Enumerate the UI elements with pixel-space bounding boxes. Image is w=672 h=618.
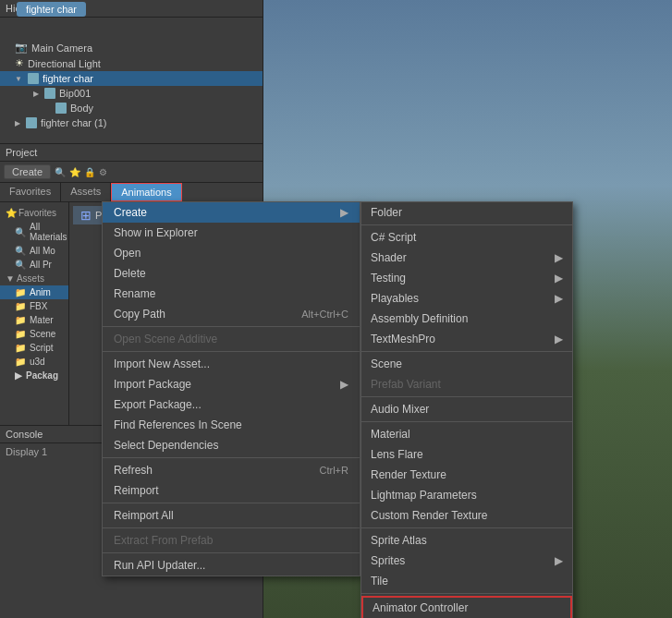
tab-favorites[interactable]: Favorites — [0, 183, 61, 201]
ctx-copy-path[interactable]: Copy Path Alt+Ctrl+C — [103, 304, 360, 324]
context-menu: Create ▶ Show in Explorer Open Delete Re… — [102, 201, 360, 576]
fav-all-pr[interactable]: 🔍 All Pr — [0, 258, 68, 272]
sub-lightmap-params[interactable]: Lightmap Parameters — [361, 485, 572, 505]
create-submenu: Folder C# Script Shader ▶ Testing ▶ Play… — [360, 201, 573, 618]
folder-icon-scene: 📁 — [15, 329, 26, 339]
cube-icon-bip — [44, 88, 55, 99]
expand-triangle-fc1: ▶ — [15, 119, 20, 127]
ctx-reimport-all[interactable]: Reimport All — [103, 505, 360, 526]
hierarchy-item-fighter-char-1[interactable]: ▶ fighter char (1) — [0, 115, 263, 130]
arrow-right-icon: ▶ — [340, 206, 348, 219]
ctx-delete[interactable]: Delete — [103, 263, 360, 284]
separator-4 — [103, 503, 360, 503]
asset-u3d[interactable]: 📁 u3d — [0, 355, 68, 369]
sub-prefab-variant: Prefab Variant — [361, 374, 572, 394]
sub-playables[interactable]: Playables ▶ — [361, 288, 572, 309]
sub-sprites[interactable]: Sprites ▶ — [361, 551, 572, 571]
triangle-assets: ▼ — [6, 273, 15, 284]
arrow-tmp: ▶ — [555, 333, 563, 345]
ctx-reimport[interactable]: Reimport — [103, 480, 360, 501]
hierarchy-panel: Hierarchy fighter char 📷 Main Camera ☀ D… — [0, 0, 263, 143]
toolbar-icon-3: ⚙ — [99, 167, 107, 177]
sub-audio-mixer[interactable]: Audio Mixer — [361, 399, 572, 419]
toolbar-icon-2: 🔒 — [84, 167, 95, 177]
ctx-rename[interactable]: Rename — [103, 284, 360, 304]
sub-sep-1 — [361, 224, 572, 225]
sub-scene[interactable]: Scene — [361, 354, 572, 374]
tab-assets[interactable]: Assets — [61, 183, 111, 201]
hierarchy-item-directional-light[interactable]: ☀ Directional Light — [0, 55, 263, 71]
arrow-playables: ▶ — [555, 292, 563, 305]
ctx-refresh[interactable]: Refresh Ctrl+R — [103, 460, 360, 480]
ctx-import-new-asset[interactable]: Import New Asset... — [103, 354, 360, 374]
ctx-find-refs[interactable]: Find References In Scene — [103, 415, 360, 435]
star-icon: ⭐ — [6, 208, 17, 218]
hierarchy-item-bip001[interactable]: ▶ Bip001 — [0, 86, 263, 101]
project-tabs: Favorites Assets Animations — [0, 183, 263, 202]
assets-section: ▼ Assets — [0, 272, 68, 285]
sub-sep-6 — [361, 593, 572, 594]
favorites-section: ⭐ Favorites — [0, 206, 68, 220]
arrow-right-import: ▶ — [340, 378, 348, 391]
asset-anim[interactable]: 📁 Anim — [0, 285, 68, 299]
console-title: Console — [6, 429, 43, 440]
arrow-testing: ▶ — [555, 272, 563, 285]
sub-textmeshpro[interactable]: TextMeshPro ▶ — [361, 329, 572, 349]
create-button[interactable]: Create — [4, 164, 51, 179]
sub-animator-controller[interactable]: Animator Controller — [361, 596, 572, 618]
folder-icon-mater: 📁 — [15, 315, 26, 325]
folder-icon-fbx: 📁 — [15, 301, 26, 311]
folder-icon-anim: 📁 — [15, 287, 26, 297]
cube-icon — [28, 73, 39, 84]
hierarchy-item-main-camera[interactable]: 📷 Main Camera — [0, 40, 263, 55]
asset-mater[interactable]: 📁 Mater — [0, 313, 68, 327]
ctx-show-explorer[interactable]: Show in Explorer — [103, 223, 360, 243]
asset-scene[interactable]: 📁 Scene — [0, 327, 68, 341]
hierarchy-item-body[interactable]: Body — [0, 101, 263, 115]
sub-assembly[interactable]: Assembly Definition — [361, 309, 572, 329]
project-left-tree: ⭐ Favorites 🔍 All Materials 🔍 All Mo 🔍 A… — [0, 202, 69, 435]
ctx-run-api[interactable]: Run API Updater... — [103, 555, 360, 576]
ctx-create[interactable]: Create ▶ — [103, 202, 360, 223]
sub-shader[interactable]: Shader ▶ — [361, 248, 572, 268]
ctx-export-package[interactable]: Export Package... — [103, 394, 360, 415]
sub-sep-2 — [361, 351, 572, 352]
separator-1 — [103, 326, 360, 327]
asset-fbx[interactable]: 📁 FBX — [0, 299, 68, 313]
sub-material[interactable]: Material — [361, 424, 572, 444]
cube-icon-body — [55, 103, 67, 114]
ctx-select-deps[interactable]: Select Dependencies — [103, 435, 360, 455]
light-icon: ☀ — [15, 57, 24, 69]
project-toolbar: Create 🔍 ⭐ 🔒 ⚙ — [0, 162, 263, 183]
sub-render-texture[interactable]: Render Texture — [361, 465, 572, 485]
fav-all-materials[interactable]: 🔍 All Materials — [0, 220, 68, 244]
project-title: Project — [6, 147, 37, 158]
tab-animations[interactable]: Animations — [111, 183, 181, 201]
project-header: Project — [0, 144, 263, 162]
sub-custom-render-texture[interactable]: Custom Render Texture — [361, 505, 572, 526]
sub-sep-4 — [361, 421, 572, 422]
sub-sep-3 — [361, 396, 572, 397]
sub-lens-flare[interactable]: Lens Flare — [361, 444, 572, 465]
camera-icon: 📷 — [15, 42, 28, 54]
ctx-open[interactable]: Open — [103, 243, 360, 263]
asset-packag[interactable]: ▶ Packag — [0, 369, 68, 382]
sub-sprite-atlas[interactable]: Sprite Atlas — [361, 530, 572, 551]
folder-icon-u3d: 📁 — [15, 357, 26, 367]
ctx-import-package[interactable]: Import Package ▶ — [103, 374, 360, 394]
search-icon-fav2: 🔍 — [15, 246, 26, 256]
separator-3 — [103, 457, 360, 458]
separator-2 — [103, 351, 360, 352]
sub-testing[interactable]: Testing ▶ — [361, 268, 572, 288]
separator-5 — [103, 527, 360, 528]
sub-csharp[interactable]: C# Script — [361, 227, 572, 248]
asset-script[interactable]: 📁 Script — [0, 341, 68, 355]
hierarchy-item-fighter-char[interactable]: ▼ fighter char — [0, 71, 263, 86]
expand-triangle: ▼ — [15, 75, 22, 83]
sub-tile[interactable]: Tile — [361, 571, 572, 591]
sub-folder[interactable]: Folder — [361, 202, 572, 223]
separator-6 — [103, 552, 360, 553]
arrow-shader: ▶ — [555, 251, 563, 264]
fav-all-mo[interactable]: 🔍 All Mo — [0, 244, 68, 258]
fighter-char-tab[interactable]: fighter char — [17, 2, 86, 17]
